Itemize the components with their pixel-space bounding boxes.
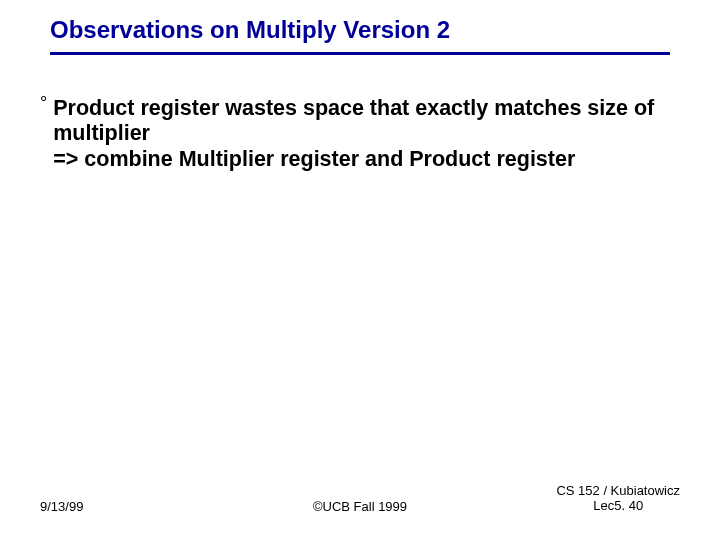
footer-course-line2: Lec5. 40 — [556, 498, 680, 514]
title-underline — [50, 52, 670, 55]
bullet-marker: ° — [40, 92, 47, 114]
footer-date: 9/13/99 — [40, 499, 83, 514]
bullet-text: Product register wastes space that exact… — [53, 96, 680, 172]
slide-footer: 9/13/99 ©UCB Fall 1999 CS 152 / Kubiatow… — [40, 483, 680, 514]
bullet-item: ° Product register wastes space that exa… — [40, 96, 680, 172]
slide-body: ° Product register wastes space that exa… — [40, 96, 680, 172]
footer-course-line1: CS 152 / Kubiatowicz — [556, 483, 680, 499]
slide: Observations on Multiply Version 2 ° Pro… — [0, 0, 720, 540]
footer-copyright: ©UCB Fall 1999 — [313, 499, 407, 514]
footer-course: CS 152 / Kubiatowicz Lec5. 40 — [556, 483, 680, 514]
title-block: Observations on Multiply Version 2 — [50, 16, 670, 55]
slide-title: Observations on Multiply Version 2 — [50, 16, 670, 50]
